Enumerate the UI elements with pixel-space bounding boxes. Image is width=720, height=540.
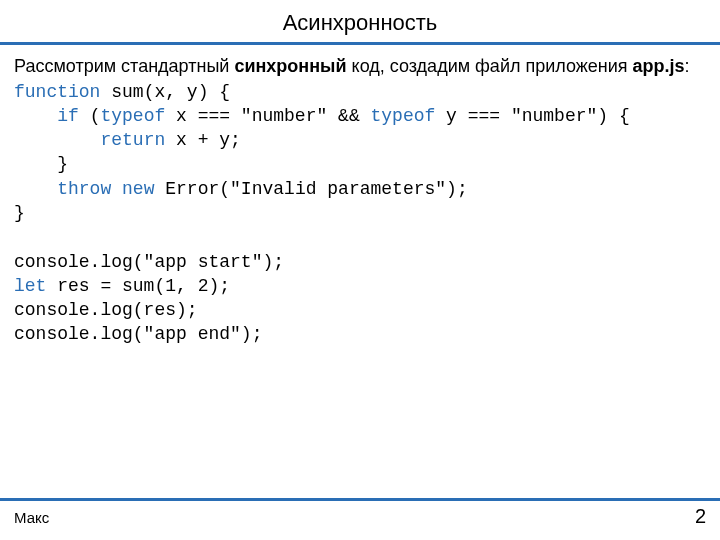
code-l2g: y === "number") {: [435, 106, 629, 126]
slide-content: Рассмотрим стандартный синхронный код, с…: [0, 45, 720, 347]
code-l2c: (: [79, 106, 101, 126]
intro-text-after: код, создадим файл приложения: [347, 56, 633, 76]
footer-author: Макс: [14, 509, 49, 526]
footer-page-number: 2: [695, 505, 706, 528]
slide-footer: Макс 2: [0, 498, 720, 528]
code-l2e: x === "number" &&: [165, 106, 370, 126]
kw-throw: throw: [57, 179, 111, 199]
code-l5a: [14, 179, 57, 199]
code-l11: console.log("app end");: [14, 324, 262, 344]
code-l10: console.log(res);: [14, 300, 198, 320]
kw-typeof1: typeof: [100, 106, 165, 126]
kw-return: return: [100, 130, 165, 150]
code-l4: }: [14, 154, 68, 174]
intro-paragraph: Рассмотрим стандартный синхронный код, с…: [14, 55, 706, 78]
code-l8: console.log("app start");: [14, 252, 284, 272]
code-l9b: res = sum(1, 2);: [46, 276, 230, 296]
slide-title: Асинхронность: [0, 10, 720, 36]
kw-typeof2: typeof: [370, 106, 435, 126]
intro-colon: :: [685, 56, 690, 76]
kw-new: new: [122, 179, 154, 199]
code-l6: }: [14, 203, 25, 223]
intro-filename: app.js: [633, 56, 685, 77]
code-l2a: [14, 106, 57, 126]
code-block: function sum(x, y) { if (typeof x === "n…: [14, 80, 706, 347]
intro-bold: синхронный: [234, 56, 346, 77]
kw-function: function: [14, 82, 100, 102]
kw-if: if: [57, 106, 79, 126]
code-l3a: [14, 130, 100, 150]
code-l3c: x + y;: [165, 130, 241, 150]
code-l1b: sum(x, y) {: [100, 82, 230, 102]
kw-let: let: [14, 276, 46, 296]
intro-text-before: Рассмотрим стандартный: [14, 56, 234, 76]
slide-header: Асинхронность: [0, 0, 720, 45]
code-l5c: [111, 179, 122, 199]
code-l5e: Error("Invalid parameters");: [154, 179, 467, 199]
